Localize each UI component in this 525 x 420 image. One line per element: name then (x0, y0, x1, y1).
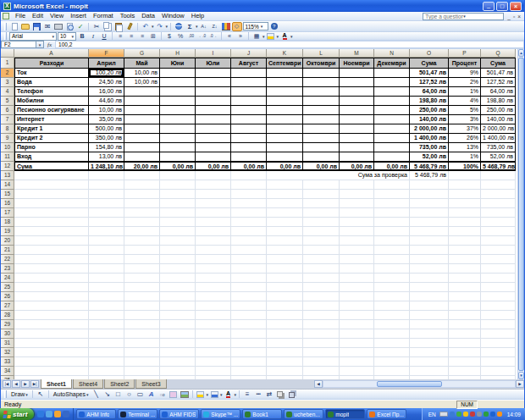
scroll-down-icon[interactable]: ▼ (518, 372, 524, 379)
autoshapes-menu[interactable]: AutoShapes (52, 391, 91, 397)
cell-A23[interactable] (14, 264, 89, 274)
cell-K7[interactable] (267, 115, 303, 124)
taskbar-task[interactable]: ucheben... (284, 409, 323, 419)
column-header-J[interactable]: J (231, 49, 267, 58)
cell-I12[interactable]: 0,00 лв (196, 162, 231, 171)
cell-M8[interactable] (340, 124, 374, 134)
cell-J27[interactable] (231, 301, 267, 311)
cell-G31[interactable] (124, 339, 160, 348)
line-color-icon[interactable] (209, 390, 219, 399)
cell-A8[interactable]: Кредит 1 (14, 124, 89, 134)
cell-M11[interactable] (340, 152, 374, 162)
taskbar-task[interactable]: mopit (325, 409, 365, 419)
cell-A21[interactable] (14, 246, 89, 255)
cell-J31[interactable] (231, 339, 267, 348)
row-header-12[interactable]: 12 (1, 162, 14, 171)
cell-J22[interactable] (231, 255, 267, 264)
row-header-23[interactable]: 23 (1, 264, 14, 274)
cell-Q25[interactable] (481, 283, 516, 292)
cell-M4[interactable] (340, 87, 374, 97)
cell-J34[interactable] (231, 367, 267, 376)
sheet-tab-sheet1[interactable]: Sheet1 (41, 379, 72, 389)
cell-N25[interactable] (374, 283, 410, 292)
paste-icon[interactable] (113, 22, 124, 31)
cell-F1[interactable]: Април (89, 58, 124, 69)
cell-Q27[interactable] (481, 301, 516, 311)
cell-J1[interactable]: Август (231, 58, 267, 69)
cell-N20[interactable] (374, 236, 410, 246)
cell-O12[interactable]: 5 468,79 лв (410, 162, 449, 171)
cell-Q28[interactable] (481, 311, 516, 320)
diagram-icon[interactable] (158, 390, 168, 399)
cell-A7[interactable]: Интернет (14, 115, 89, 124)
cell-Q20[interactable] (481, 236, 516, 246)
cell-L12[interactable]: 0,00 лв (303, 162, 340, 171)
row-header-19[interactable]: 19 (1, 227, 14, 236)
cell-J13[interactable] (231, 171, 267, 180)
cell-N10[interactable] (374, 143, 410, 152)
cell-P2[interactable]: 9% (449, 69, 481, 78)
cell-O23[interactable] (410, 264, 449, 274)
cell-I1[interactable]: Юли (196, 58, 231, 69)
cell-I33[interactable] (196, 357, 231, 367)
arrow-style-icon[interactable] (264, 390, 274, 399)
cell-O21[interactable] (410, 246, 449, 255)
cell-M16[interactable] (340, 199, 374, 208)
cell-F33[interactable] (89, 357, 124, 367)
workbook-icon[interactable] (3, 13, 9, 19)
taskbar-task[interactable]: Book1 (242, 409, 282, 419)
row-header-33[interactable]: 33 (1, 357, 14, 367)
cell-I2[interactable] (196, 69, 231, 78)
cell-H31[interactable] (160, 339, 196, 348)
cell-K29[interactable] (267, 320, 303, 329)
cell-N15[interactable] (374, 190, 410, 199)
antivirus-icon[interactable] (456, 412, 461, 417)
cell-G1[interactable]: Май (124, 58, 160, 69)
row-header-26[interactable]: 26 (1, 292, 14, 301)
cell-A35[interactable] (14, 376, 89, 379)
cell-O13[interactable]: 5 468,79 лв (410, 171, 449, 180)
cell-I22[interactable] (196, 255, 231, 264)
cell-K27[interactable] (267, 301, 303, 311)
cell-H23[interactable] (160, 264, 196, 274)
cell-G10[interactable] (124, 143, 160, 152)
cell-O14[interactable] (410, 180, 449, 190)
cell-G5[interactable] (124, 97, 160, 106)
font-name-select[interactable]: Arial (9, 32, 57, 41)
cell-P22[interactable] (449, 255, 481, 264)
cell-P24[interactable] (449, 274, 481, 283)
row-header-7[interactable]: 7 (1, 115, 14, 124)
column-header-O[interactable]: O (410, 49, 449, 58)
cell-N34[interactable] (374, 367, 410, 376)
cell-I19[interactable] (196, 227, 231, 236)
increase-decimal-icon[interactable] (197, 32, 207, 40)
row-header-29[interactable]: 29 (1, 320, 14, 329)
cell-N17[interactable] (374, 208, 410, 218)
cell-J9[interactable] (231, 134, 267, 143)
chevron-down-icon[interactable] (463, 14, 501, 19)
cell-Q24[interactable] (481, 274, 516, 283)
cell-F27[interactable] (89, 301, 124, 311)
taskbar-task[interactable]: Terminal ... (118, 409, 158, 419)
cell-Q6[interactable]: 250,00 лв (481, 106, 516, 115)
menu-file[interactable]: File (12, 12, 29, 20)
cell-P33[interactable] (449, 357, 481, 367)
scroll-right-icon[interactable]: ▶ (516, 380, 524, 388)
cell-M15[interactable] (340, 190, 374, 199)
email-icon[interactable] (54, 411, 61, 417)
cell-G7[interactable] (124, 115, 160, 124)
cell-J28[interactable] (231, 311, 267, 320)
decrease-decimal-icon[interactable] (208, 32, 218, 40)
cell-N21[interactable] (374, 246, 410, 255)
cell-K30[interactable] (267, 329, 303, 339)
cell-M34[interactable] (340, 367, 374, 376)
cell-I18[interactable] (196, 218, 231, 227)
autosum-dropdown-icon[interactable] (196, 24, 198, 29)
cell-I27[interactable] (196, 301, 231, 311)
cell-O15[interactable] (410, 190, 449, 199)
cell-H28[interactable] (160, 311, 196, 320)
cell-J17[interactable] (231, 208, 267, 218)
cell-Q10[interactable]: 735,00 лв (481, 143, 516, 152)
menu-data[interactable]: Data (138, 12, 158, 20)
cell-P31[interactable] (449, 339, 481, 348)
